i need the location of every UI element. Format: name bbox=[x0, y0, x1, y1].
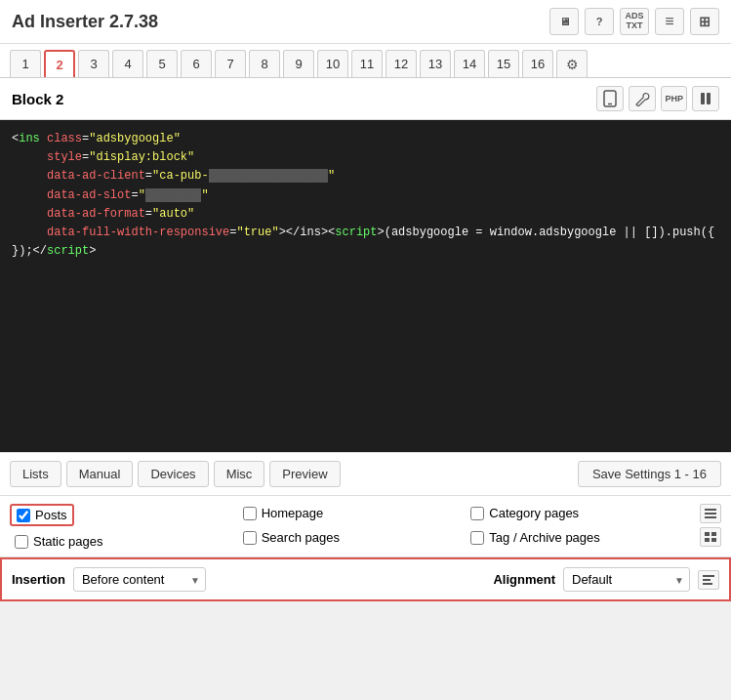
svg-rect-6 bbox=[705, 516, 716, 518]
svg-rect-8 bbox=[711, 532, 716, 536]
tab-15[interactable]: 15 bbox=[488, 50, 519, 77]
toolbar-left: Lists Manual Devices Misc Preview bbox=[10, 461, 341, 487]
ads-txt-icon[interactable]: ADSTXT bbox=[620, 8, 649, 35]
tab-13[interactable]: 13 bbox=[420, 50, 451, 77]
homepage-checkbox-group: Homepage bbox=[238, 504, 467, 522]
misc-button[interactable]: Misc bbox=[214, 461, 265, 487]
svg-rect-10 bbox=[711, 538, 716, 542]
block-header-icons: PHP bbox=[596, 86, 719, 111]
grid-icon[interactable]: ⊞ bbox=[690, 8, 719, 35]
tab-16[interactable]: 16 bbox=[522, 50, 553, 77]
static-pages-checkbox-group: Static pages bbox=[10, 532, 238, 551]
toolbar: Lists Manual Devices Misc Preview Save S… bbox=[0, 452, 731, 496]
grid-small-icon[interactable] bbox=[700, 527, 721, 547]
svg-rect-7 bbox=[705, 532, 710, 536]
insertion-footer: Insertion Before content After content B… bbox=[0, 557, 731, 601]
tag-archive-checkbox[interactable] bbox=[470, 531, 484, 545]
search-pages-checkbox[interactable] bbox=[243, 531, 257, 545]
mobile-preview-icon[interactable] bbox=[596, 86, 624, 111]
search-pages-checkbox-group: Search pages bbox=[238, 528, 467, 547]
svg-rect-2 bbox=[701, 93, 705, 104]
tab-3[interactable]: 3 bbox=[78, 50, 109, 77]
svg-rect-13 bbox=[703, 583, 712, 585]
insertion-select[interactable]: Before content After content Before para… bbox=[73, 567, 206, 592]
category-pages-checkbox[interactable] bbox=[470, 507, 484, 520]
search-pages-label: Search pages bbox=[262, 530, 340, 545]
alignment-icon-btn[interactable] bbox=[698, 570, 719, 590]
app-title: Ad Inserter 2.7.38 bbox=[12, 12, 158, 32]
wrench-icon[interactable] bbox=[629, 86, 656, 111]
svg-rect-4 bbox=[705, 509, 716, 511]
tab-5[interactable]: 5 bbox=[146, 50, 178, 77]
tag-archive-label: Tag / Archive pages bbox=[489, 530, 599, 545]
tab-14[interactable]: 14 bbox=[454, 50, 485, 77]
category-pages-checkbox-group: Category pages bbox=[466, 504, 694, 522]
homepage-label: Homepage bbox=[262, 506, 324, 520]
alignment-select[interactable]: Default Left Center Right bbox=[563, 567, 690, 592]
tab-12[interactable]: 12 bbox=[386, 50, 417, 77]
static-pages-label: Static pages bbox=[33, 534, 103, 549]
lists-button[interactable]: Lists bbox=[10, 461, 61, 487]
category-pages-label: Category pages bbox=[489, 506, 579, 520]
options-section: Posts Static pages Homepage Search pages… bbox=[0, 496, 731, 557]
block-header: Block 2 PHP bbox=[0, 78, 731, 120]
tab-10[interactable]: 10 bbox=[317, 50, 348, 77]
alignment-label: Alignment bbox=[493, 572, 555, 587]
tab-4[interactable]: 4 bbox=[112, 50, 143, 77]
preview-button[interactable]: Preview bbox=[269, 461, 340, 487]
manual-button[interactable]: Manual bbox=[66, 461, 134, 487]
code-editor[interactable]: <ins class="adsbygoogle" style="display:… bbox=[0, 120, 731, 452]
tab-8[interactable]: 8 bbox=[249, 50, 280, 77]
svg-rect-5 bbox=[705, 513, 716, 515]
menu-icon[interactable]: ≡ bbox=[655, 8, 684, 35]
tab-6[interactable]: 6 bbox=[181, 50, 212, 77]
tab-9[interactable]: 9 bbox=[283, 50, 314, 77]
tabs-bar: 1 2 3 4 5 6 7 8 9 10 11 12 13 14 15 16 ⚙ bbox=[0, 44, 731, 78]
posts-label: Posts bbox=[35, 508, 67, 522]
settings-gear-icon[interactable]: ⚙ bbox=[556, 50, 588, 77]
header-icon-group: 🖥 ? ADSTXT ≡ ⊞ bbox=[549, 8, 719, 35]
insertion-left: Insertion Before content After content B… bbox=[12, 567, 206, 592]
insertion-label: Insertion bbox=[12, 572, 65, 587]
posts-checkbox-group: Posts bbox=[10, 504, 74, 526]
monitor-icon[interactable]: 🖥 bbox=[549, 8, 579, 35]
pause-icon[interactable] bbox=[692, 86, 719, 111]
svg-rect-3 bbox=[707, 93, 711, 104]
tab-11[interactable]: 11 bbox=[351, 50, 383, 77]
homepage-checkbox[interactable] bbox=[243, 507, 257, 520]
alignment-right: Alignment Default Left Center Right bbox=[493, 567, 719, 592]
static-pages-checkbox[interactable] bbox=[15, 535, 28, 549]
alignment-select-wrapper: Default Left Center Right bbox=[563, 567, 690, 592]
tab-7[interactable]: 7 bbox=[215, 50, 246, 77]
save-settings-button[interactable]: Save Settings 1 - 16 bbox=[578, 461, 721, 487]
svg-rect-12 bbox=[703, 579, 711, 581]
side-icon-group bbox=[700, 504, 721, 547]
tab-2[interactable]: 2 bbox=[44, 50, 75, 77]
php-icon[interactable]: PHP bbox=[661, 86, 687, 111]
svg-rect-11 bbox=[703, 575, 714, 577]
insertion-select-wrapper: Before content After content Before para… bbox=[73, 567, 206, 592]
posts-checkbox[interactable] bbox=[17, 509, 30, 522]
block-title: Block 2 bbox=[12, 91, 63, 107]
devices-button[interactable]: Devices bbox=[138, 461, 208, 487]
tab-1[interactable]: 1 bbox=[10, 50, 41, 77]
svg-rect-9 bbox=[705, 538, 710, 542]
help-icon[interactable]: ? bbox=[585, 8, 614, 35]
list-view-icon[interactable] bbox=[700, 504, 721, 523]
tag-archive-checkbox-group: Tag / Archive pages bbox=[466, 528, 694, 547]
app-header: Ad Inserter 2.7.38 🖥 ? ADSTXT ≡ ⊞ bbox=[0, 0, 731, 44]
